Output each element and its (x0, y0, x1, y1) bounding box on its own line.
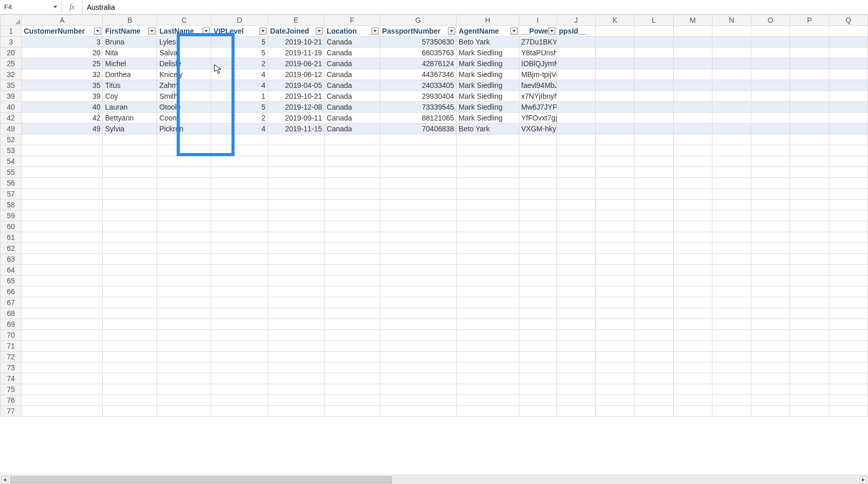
cell[interactable] (22, 134, 103, 145)
cell[interactable] (380, 210, 456, 221)
cell[interactable] (380, 276, 456, 286)
cell[interactable] (751, 297, 790, 308)
cell[interactable] (790, 102, 829, 113)
cell[interactable]: Canada (324, 102, 380, 113)
cell[interactable] (673, 352, 712, 362)
cell[interactable] (324, 243, 380, 254)
cell[interactable] (673, 265, 712, 276)
cell[interactable] (556, 395, 595, 406)
row-header[interactable]: 57 (1, 189, 22, 200)
cell[interactable] (596, 189, 634, 200)
cell[interactable] (456, 221, 519, 232)
cell[interactable] (211, 254, 268, 265)
cell[interactable] (380, 145, 456, 156)
cell[interactable] (673, 69, 712, 80)
horizontal-scrollbar[interactable] (0, 475, 868, 484)
cell[interactable] (211, 210, 268, 221)
cell[interactable] (634, 26, 673, 37)
cell[interactable] (456, 156, 519, 167)
cell[interactable]: 2019-09-11 (268, 113, 324, 124)
cell[interactable]: Mark Siedling (456, 102, 519, 113)
cell[interactable] (519, 210, 556, 221)
cell[interactable] (157, 352, 211, 362)
cell[interactable] (634, 341, 673, 352)
cell[interactable] (380, 319, 456, 330)
cell[interactable] (712, 352, 751, 362)
filter-dropdown-icon[interactable] (148, 27, 156, 35)
cell[interactable] (712, 113, 751, 124)
cell[interactable]: Canada (324, 58, 380, 69)
cell[interactable] (673, 362, 712, 373)
cell[interactable] (712, 406, 751, 417)
cell[interactable] (519, 167, 556, 178)
name-box[interactable]: F4 (0, 0, 62, 14)
cell[interactable] (790, 80, 829, 91)
cell[interactable] (157, 373, 211, 384)
cell[interactable] (268, 276, 324, 286)
cell[interactable] (22, 319, 103, 330)
cell[interactable] (103, 286, 157, 297)
cell[interactable] (519, 276, 556, 286)
cell[interactable] (596, 26, 634, 37)
cell[interactable]: Titus (103, 80, 157, 91)
cell[interactable] (829, 319, 867, 330)
cell[interactable] (751, 330, 790, 341)
cell[interactable] (751, 134, 790, 145)
cell[interactable] (324, 145, 380, 156)
row-header[interactable]: 68 (1, 308, 22, 319)
cell[interactable] (790, 297, 829, 308)
cell[interactable] (211, 145, 268, 156)
cell[interactable] (596, 167, 634, 178)
cell[interactable]: 4 (211, 80, 268, 91)
cell[interactable] (829, 113, 867, 124)
cell[interactable] (751, 167, 790, 178)
cell[interactable]: 49 (22, 124, 103, 134)
cell[interactable] (790, 134, 829, 145)
cell[interactable] (673, 210, 712, 221)
cell[interactable] (712, 308, 751, 319)
cell[interactable] (556, 134, 595, 145)
cell[interactable] (634, 265, 673, 276)
cell[interactable] (829, 156, 867, 167)
cell[interactable] (634, 69, 673, 80)
cell[interactable] (829, 200, 867, 210)
cell[interactable] (751, 102, 790, 113)
cell[interactable] (790, 58, 829, 69)
cell[interactable] (103, 221, 157, 232)
fx-icon[interactable]: fx (62, 0, 83, 14)
cell[interactable] (456, 210, 519, 221)
cell[interactable] (456, 362, 519, 373)
cell[interactable] (456, 373, 519, 384)
cell[interactable] (712, 319, 751, 330)
cell[interactable] (456, 200, 519, 210)
cell[interactable] (103, 200, 157, 210)
row-header[interactable]: 49 (1, 124, 22, 134)
table-header-viplevel[interactable]: VIPLevel (211, 26, 268, 37)
table-header-location[interactable]: Location (324, 26, 380, 37)
cell[interactable] (829, 276, 867, 286)
cell[interactable] (324, 297, 380, 308)
cell[interactable]: Bruna (103, 37, 157, 48)
cell[interactable] (596, 48, 634, 58)
cell[interactable] (829, 124, 867, 134)
cell[interactable] (556, 178, 595, 189)
cell[interactable] (157, 395, 211, 406)
cell[interactable] (829, 286, 867, 297)
cell[interactable] (103, 395, 157, 406)
cell[interactable] (22, 200, 103, 210)
cell[interactable] (634, 189, 673, 200)
cell[interactable] (22, 384, 103, 395)
cell[interactable] (519, 406, 556, 417)
cell[interactable] (673, 384, 712, 395)
cell[interactable] (103, 134, 157, 145)
cell[interactable] (790, 189, 829, 200)
cell[interactable] (634, 286, 673, 297)
cell[interactable] (519, 221, 556, 232)
cell[interactable] (456, 352, 519, 362)
cell[interactable] (22, 406, 103, 417)
cell[interactable] (380, 243, 456, 254)
cell[interactable] (103, 384, 157, 395)
cell[interactable] (380, 232, 456, 243)
cell[interactable] (456, 254, 519, 265)
row-header[interactable]: 65 (1, 276, 22, 286)
